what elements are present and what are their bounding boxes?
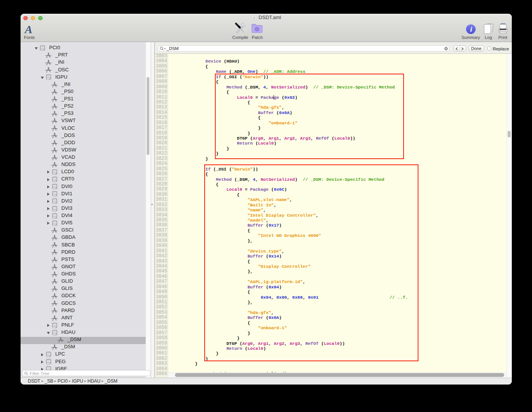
svg-text:i: i — [470, 25, 472, 33]
